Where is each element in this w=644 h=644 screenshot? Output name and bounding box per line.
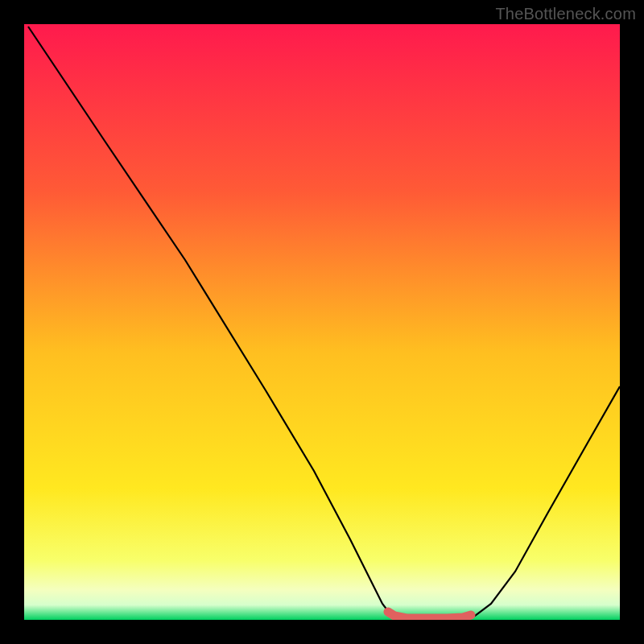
watermark-text: TheBottleneck.com (495, 5, 636, 23)
gradient-background (24, 24, 620, 620)
bottleneck-chart (24, 24, 620, 620)
chart-container (24, 24, 620, 620)
